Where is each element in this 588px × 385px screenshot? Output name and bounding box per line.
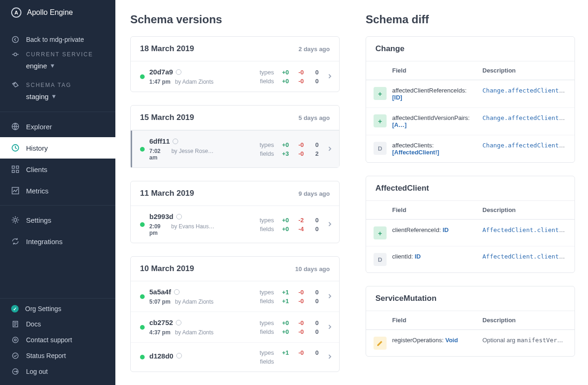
nav-clients-label: Clients (26, 166, 47, 173)
fields-neutral: 0 (308, 78, 319, 85)
nav-integrations[interactable]: Integrations (0, 231, 115, 252)
nav-settings-label: Settings (26, 216, 51, 224)
diff-row[interactable]: registerOperations: VoidOptional arg man… (366, 330, 575, 356)
nav-explorer[interactable]: Explorer (0, 116, 115, 137)
svg-point-13 (14, 339, 16, 341)
schema-tag-block: SCHEMA TAG staging ▾ (0, 79, 115, 107)
commit-author: by Adam Zionts (175, 299, 214, 305)
nav-settings[interactable]: Settings (0, 209, 115, 231)
brand[interactable]: A Apollo Engine (0, 0, 115, 31)
nav-docs[interactable]: Docs (0, 316, 115, 332)
types-removed: -2 (294, 217, 304, 224)
nav-clients[interactable]: Clients (0, 159, 115, 180)
commit-time: 1:47 pm (149, 79, 170, 85)
diff-row[interactable]: DclientId: IDAffectedClient.clientId was… (366, 246, 575, 272)
back-link[interactable]: Back to mdg-private (0, 31, 115, 48)
nav-metrics[interactable]: Metrics (0, 180, 115, 201)
fields-added: +0 (279, 78, 289, 85)
nav-status[interactable]: Status Report (0, 348, 115, 364)
current-service-select[interactable]: engine ▾ (26, 61, 106, 70)
svg-rect-7 (12, 170, 14, 173)
version-group-header: 18 March 20192 days ago (131, 37, 339, 61)
svg-point-10 (14, 219, 17, 221)
chevron-right-icon (327, 146, 333, 153)
diff-desc-code: Change.affectedClients (482, 142, 565, 149)
version-entry[interactable]: 20d7a9 1:47 pmby Adam Zionts types+0-00f… (131, 61, 339, 92)
commit-author: by Adam Zionts (175, 79, 214, 85)
version-stats: types+0-20fields+0-40 (255, 217, 319, 232)
version-stats: types+0-00fields+0-00 (255, 69, 319, 85)
status-dot-icon (140, 325, 145, 330)
stat-label-fields: fields (255, 358, 274, 365)
diff-desc-code: manifestVersion (517, 337, 565, 344)
version-entry[interactable]: 5a5a4f 5:07 pmby Adam Zionts types+1-00f… (131, 281, 339, 312)
diff-desc-code: Change.affectedClientReferenceIds (482, 87, 565, 94)
diff-field-name: affectedClientReferenceIds: (392, 87, 467, 94)
support-icon (11, 336, 20, 344)
diff-section-title: AffectedClient (366, 176, 575, 201)
svg-point-2 (14, 83, 15, 84)
diff-description: Change.affectedClients was deprecated (482, 142, 565, 149)
fields-added: +1 (279, 298, 289, 305)
primary-nav: Explorer History Clients Metrics (0, 112, 115, 205)
version-entry[interactable]: d128d0 types+1-00fields (131, 342, 339, 372)
version-entry-main: 20d7a9 1:47 pmby Adam Zionts (149, 68, 214, 85)
nav-logout-label: Log out (26, 368, 48, 375)
stat-label-fields: fields (255, 150, 274, 157)
nav-explorer-label: Explorer (26, 123, 52, 131)
status-dot-icon (140, 147, 145, 152)
commit-time: 4:37 pm (149, 329, 170, 336)
diff-field-name: clientReferenceId: (392, 226, 442, 233)
types-neutral: 0 (308, 217, 319, 224)
clock-icon (11, 144, 20, 152)
diff-field: clientReferenceId: ID (392, 226, 477, 233)
visibility-icon (176, 69, 181, 75)
commit-id: b2993d (149, 212, 214, 220)
commit-id: 20d7a9 (149, 68, 214, 76)
added-badge-icon: + (374, 114, 387, 127)
stat-label-types: types (255, 141, 274, 148)
diff-row[interactable]: +affectedClientReferenceIds: [ID]Change.… (366, 80, 575, 107)
version-group-header: 10 March 201910 days ago (131, 257, 339, 281)
commit-time: 7:02 am (149, 148, 167, 161)
doc-icon (11, 320, 20, 328)
svg-rect-5 (12, 166, 14, 168)
visibility-icon (174, 289, 180, 295)
back-label: Back to mdg-private (26, 36, 106, 43)
fields-removed: -4 (294, 226, 304, 232)
current-service-block: CURRENT SERVICE engine ▾ (0, 48, 115, 76)
status-dot-icon (140, 294, 145, 299)
stat-label-fields: fields (255, 328, 274, 335)
nav-org-settings[interactable]: ✓ Org Settings (0, 301, 115, 316)
schema-tag-select[interactable]: staging ▾ (26, 92, 106, 100)
diff-desc-code: Change.affectedClientIdVersionPai… (482, 114, 565, 121)
nav-support[interactable]: Contact support (0, 332, 115, 348)
stat-label-types: types (255, 69, 274, 76)
chevron-down-icon: ▾ (51, 61, 54, 70)
diff-row[interactable]: +affectedClientIdVersionPairs: [A…]Chang… (366, 107, 575, 135)
version-date: 18 March 2019 (140, 44, 194, 53)
diff-field-name: clientId: (392, 253, 414, 260)
schema-versions-column: Schema versions 18 March 20192 days ago2… (115, 0, 353, 385)
chevron-right-icon (327, 293, 333, 300)
diff-desc-prefix: Optional arg (482, 337, 517, 344)
nav-status-label: Status Report (26, 352, 66, 359)
version-entry[interactable]: b2993d 2:09 pmby Evans Hauser <…types+0-… (131, 206, 339, 243)
version-ago: 10 days ago (295, 266, 330, 272)
commit-time: 2:09 pm (149, 223, 167, 236)
version-entry[interactable]: cb2752 4:37 pmby Adam Zionts types+0-00f… (131, 312, 339, 342)
diff-section-title: ServiceMutation (366, 286, 575, 311)
col-description: Description (482, 67, 565, 74)
diff-row[interactable]: DaffectedClients: [AffectedClient!]Chang… (366, 135, 575, 162)
diff-column-headers: FieldDescription (366, 201, 575, 219)
commit-id: 5a5a4f (149, 288, 214, 296)
nav-history[interactable]: History (0, 137, 115, 159)
types-added: +0 (279, 217, 289, 224)
visibility-icon (176, 353, 182, 358)
version-entry-main: b2993d 2:09 pmby Evans Hauser <… (149, 212, 214, 236)
diff-row[interactable]: +clientReferenceId: IDAffectedClient.cli… (366, 219, 575, 246)
version-entry[interactable]: 6dff11 7:02 amby Jesse Rosenbe…types+0-0… (131, 130, 339, 167)
nav-logout[interactable]: Log out (0, 364, 115, 379)
stat-label-types: types (255, 319, 274, 326)
types-neutral: 0 (308, 69, 319, 76)
